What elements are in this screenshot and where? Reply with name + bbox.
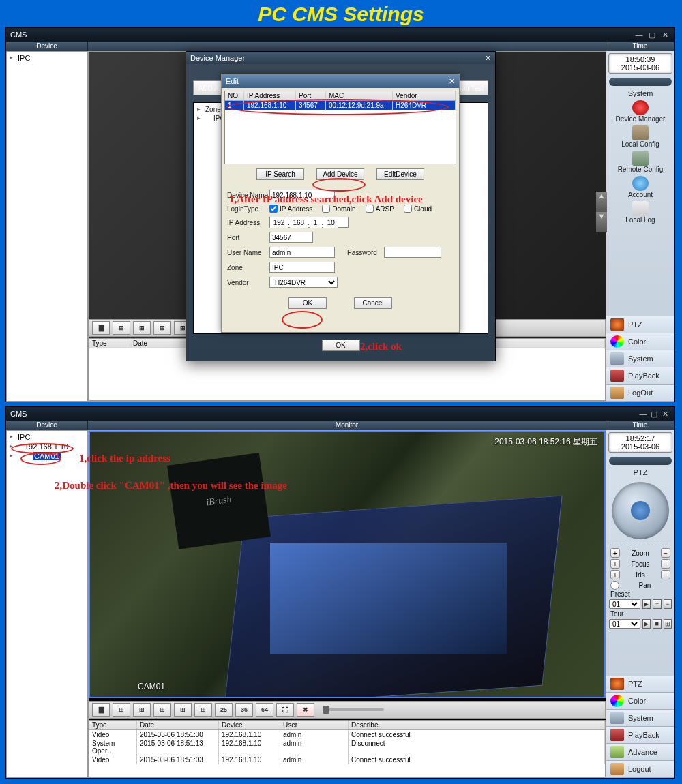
minimize-icon[interactable]: —: [638, 410, 649, 418]
log-col-type[interactable]: Type: [89, 721, 137, 729]
preset-go-icon[interactable]: ▶: [642, 599, 651, 609]
grid-2x2-icon[interactable]: ⊞: [113, 703, 130, 717]
grid-25-button[interactable]: 25: [215, 703, 233, 717]
pan-radio[interactable]: [610, 581, 619, 590]
focus-label: Focus: [631, 560, 649, 568]
close-icon[interactable]: ✕: [659, 410, 670, 419]
ptz-center-icon[interactable]: [631, 501, 650, 520]
preset-del-icon[interactable]: −: [664, 599, 672, 609]
ip-oct2[interactable]: [290, 217, 308, 228]
side-playback[interactable]: PlayBack: [606, 367, 674, 385]
side-logout[interactable]: LogOut: [606, 385, 674, 402]
arrow-up-icon[interactable]: ▲: [596, 192, 607, 212]
ip-oct1[interactable]: [270, 217, 288, 228]
user-input[interactable]: [269, 247, 335, 258]
zone-input[interactable]: [269, 262, 335, 273]
side-system-2[interactable]: System: [606, 710, 674, 727]
ip-oct3[interactable]: [310, 217, 322, 228]
vendor-select[interactable]: H264DVR: [269, 277, 338, 288]
edit-ok-button[interactable]: OK: [288, 297, 327, 309]
maximize-icon[interactable]: ▢: [647, 31, 657, 40]
grid-1x1-icon[interactable]: ▇: [92, 321, 110, 335]
side-color[interactable]: Color: [606, 333, 674, 350]
edit-device-button[interactable]: EditDevice: [376, 168, 424, 180]
port-input[interactable]: [269, 232, 313, 243]
minimize-icon[interactable]: —: [634, 31, 644, 39]
device-tree[interactable]: IPC: [6, 51, 88, 402]
system-item-local-log[interactable]: Local Log: [606, 200, 674, 225]
grid-3x3-icon[interactable]: ⊞: [133, 321, 151, 335]
edit-cancel-button[interactable]: Cancel: [354, 297, 392, 309]
col-vendor[interactable]: Vendor: [393, 91, 456, 100]
record-icon[interactable]: ✖: [297, 703, 314, 717]
chk-cloud[interactable]: [404, 205, 412, 213]
focus-in-button[interactable]: +: [610, 559, 620, 569]
scroll-arrows: ▲ ▼: [596, 192, 607, 232]
log-col-describe[interactable]: Describe: [349, 721, 605, 729]
iris-out-button[interactable]: −: [661, 570, 670, 579]
tour-label: Tour: [606, 610, 674, 618]
volume-slider[interactable]: [323, 708, 384, 711]
chk-arsp[interactable]: [366, 205, 374, 213]
tour-grid-icon[interactable]: ⊞: [664, 619, 672, 629]
system-item-device-manager[interactable]: Device Manager: [606, 99, 674, 124]
pass-input[interactable]: [384, 247, 441, 258]
side-color-2[interactable]: Color: [606, 693, 674, 710]
col-no[interactable]: NO.: [225, 91, 244, 100]
grid-64-button[interactable]: 64: [256, 703, 273, 717]
system-item-remote-config[interactable]: Remote Config: [606, 149, 674, 175]
zoom-out-button[interactable]: −: [661, 548, 670, 558]
edit-close-icon[interactable]: ✕: [449, 77, 455, 86]
grid-4x4-icon[interactable]: ⊞: [153, 321, 171, 335]
log-col-type[interactable]: Type: [89, 339, 130, 348]
side-logout-2[interactable]: Logout: [606, 761, 674, 778]
tree-root-ipc[interactable]: IPC: [8, 53, 86, 63]
chk-ipaddr[interactable]: [269, 205, 278, 213]
grid-3x3-icon[interactable]: ⊞: [133, 703, 151, 717]
tour-play-icon[interactable]: ▶: [642, 619, 651, 629]
log-col-date[interactable]: Date: [137, 721, 219, 729]
side-ptz[interactable]: PTZ: [606, 316, 674, 333]
log-row[interactable]: Video2015-03-06 18:51:30192.168.1.10admi…: [89, 730, 605, 739]
side-ptz-2[interactable]: PTZ: [606, 676, 674, 693]
log-col-user[interactable]: User: [280, 721, 349, 729]
close-icon[interactable]: ✕: [659, 31, 670, 40]
dm-ok-button[interactable]: OK: [322, 340, 360, 351]
side-system[interactable]: System: [606, 350, 674, 367]
side-advance-2[interactable]: Advance: [606, 744, 674, 761]
dm-close-icon[interactable]: ✕: [485, 54, 491, 63]
system-item-local-config[interactable]: Local Config: [606, 124, 674, 149]
grid-4x4-icon[interactable]: ⊞: [153, 703, 171, 717]
tree-root-ipc2[interactable]: IPC: [8, 432, 86, 442]
col-ip[interactable]: IP Address: [244, 91, 296, 100]
log-col-device[interactable]: Device: [219, 721, 280, 729]
grid-36-button[interactable]: 36: [235, 703, 253, 717]
chk-domain[interactable]: [322, 205, 330, 213]
window-controls: — ▢ ✕: [634, 31, 670, 40]
grid-6x6-icon[interactable]: ⊞: [194, 703, 212, 717]
grid-2x2-icon[interactable]: ⊞: [113, 321, 130, 335]
maximize-icon[interactable]: ▢: [649, 410, 659, 419]
preset-add-icon[interactable]: +: [653, 599, 661, 609]
grid-5x5-icon[interactable]: ⊞: [174, 703, 192, 717]
tour-stop-icon[interactable]: ■: [653, 619, 661, 629]
clock-date: 2015-03-06: [609, 63, 672, 72]
zoom-in-button[interactable]: +: [610, 548, 620, 558]
camera-viewport[interactable]: iBrush 2015-03-06 18:52:16 星期五 CAM01: [89, 431, 606, 698]
ptz-direction-wheel[interactable]: [612, 482, 669, 539]
system-item-account[interactable]: Account: [606, 175, 674, 200]
iris-in-button[interactable]: +: [610, 570, 620, 579]
focus-out-button[interactable]: −: [661, 559, 670, 569]
annot-text-b1: 1,click the ip address: [79, 453, 170, 464]
preset-select[interactable]: 01: [609, 599, 640, 609]
grid-1x1-icon[interactable]: ▇: [92, 703, 110, 717]
ip-search-button[interactable]: IP Search: [256, 168, 304, 180]
log-row[interactable]: System Oper…2015-03-06 18:51:13192.168.1…: [89, 739, 605, 755]
log-row[interactable]: Video2015-03-06 18:51:03192.168.1.10admi…: [89, 755, 605, 764]
side-playback-2[interactable]: PlayBack: [606, 727, 674, 744]
ip-oct4[interactable]: [323, 217, 338, 228]
tour-select[interactable]: 01: [609, 619, 640, 629]
camera-feed: iBrush 2015-03-06 18:52:16 星期五 CAM01: [90, 432, 604, 697]
fullscreen-icon[interactable]: ⛶: [276, 703, 294, 717]
arrow-down-icon[interactable]: ▼: [596, 212, 607, 232]
